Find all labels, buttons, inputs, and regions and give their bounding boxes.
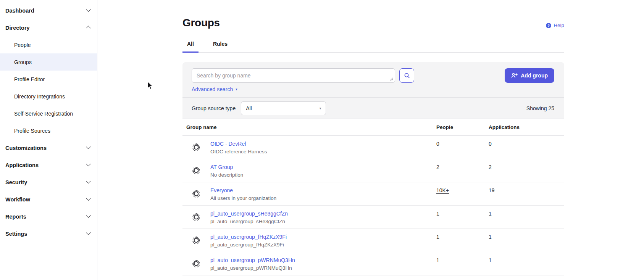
sidebar-item-label: Applications xyxy=(5,162,87,168)
table-row: pl_auto_usergroup_pWRNMuQ3Hn pl_auto_use… xyxy=(182,252,564,275)
column-applications: Applications xyxy=(489,124,564,130)
group-name-link[interactable]: OIDC - DevRel xyxy=(210,141,246,147)
sidebar-item-label: Workflow xyxy=(5,196,87,203)
select-caret-icon: ▾ xyxy=(320,106,321,110)
help-link[interactable]: ? Help xyxy=(546,23,564,29)
app-window: Dashboard Directory People Groups Profil… xyxy=(0,0,644,280)
select-value: All xyxy=(246,105,252,111)
chevron-icon xyxy=(86,179,91,183)
sidebar-item[interactable]: Dashboard xyxy=(0,2,97,19)
applications-count-cell: 19 xyxy=(489,182,564,205)
add-group-button[interactable]: Add group xyxy=(505,68,554,83)
table-row: OIDC - DevRel OIDC reference Harness 0 0 xyxy=(182,136,564,159)
applications-count-cell: 0 xyxy=(489,136,564,159)
group-name-link[interactable]: pl_auto_usergroup_pWRNMuQ3Hn xyxy=(210,257,295,263)
sidebar-item[interactable]: Reports xyxy=(0,208,97,225)
chevron-icon xyxy=(86,26,91,31)
sidebar-item[interactable]: People xyxy=(0,36,97,53)
people-count-cell: 1 xyxy=(436,252,489,275)
sidebar-item-label: Self-Service Registration xyxy=(14,111,90,117)
group-avatar-icon xyxy=(192,143,200,151)
sidebar-item[interactable]: Directory xyxy=(0,19,97,36)
people-count: 1 xyxy=(436,257,439,263)
group-name-link[interactable]: Everyone xyxy=(210,187,233,193)
group-description: All users in your organization xyxy=(210,195,276,201)
sidebar-item-label: Profile Sources xyxy=(14,128,90,134)
sidebar: Dashboard Directory People Groups Profil… xyxy=(0,0,97,280)
people-count: 0 xyxy=(436,141,439,147)
chevron-icon xyxy=(86,196,91,201)
applications-count: 2 xyxy=(489,164,492,170)
people-count: 10K+ xyxy=(436,187,449,193)
group-name-link[interactable]: AT Group xyxy=(210,164,233,170)
group-description: pl_auto_usergroup_sHe3ggCfZn xyxy=(210,219,288,224)
search-input[interactable] xyxy=(192,68,395,83)
chevron-icon xyxy=(86,230,91,235)
sidebar-item-label: Directory xyxy=(5,25,87,31)
table-row: pl_auto_usergroup_fHqZKzX9Fi pl_auto_use… xyxy=(182,229,564,252)
sidebar-item-label: Profile Editor xyxy=(14,76,90,82)
applications-count: 1 xyxy=(489,211,492,217)
sidebar-item-label: Customizations xyxy=(5,145,87,151)
help-icon: ? xyxy=(546,23,551,28)
add-group-label: Add group xyxy=(521,72,548,79)
people-count: 1 xyxy=(436,211,439,217)
people-count-cell: 1 xyxy=(436,229,489,252)
sidebar-item[interactable]: Groups xyxy=(0,53,97,71)
tab-rules[interactable]: Rules xyxy=(208,41,232,53)
group-source-type-select[interactable]: All ▾ xyxy=(241,101,326,115)
search-icon xyxy=(404,72,410,79)
tab-bar: All Rules xyxy=(182,41,564,53)
search-button[interactable] xyxy=(399,68,414,83)
group-avatar-icon xyxy=(192,166,200,175)
page-header: Groups ? Help xyxy=(182,17,564,29)
group-description: No description xyxy=(210,172,243,178)
sidebar-item-label: Reports xyxy=(5,214,87,220)
sidebar-item[interactable]: Customizations xyxy=(0,139,97,156)
applications-count-cell: 1 xyxy=(489,206,564,229)
people-count-cell: 2 xyxy=(436,159,489,182)
tab-all[interactable]: All xyxy=(182,41,199,53)
main-area: Groups ? Help All Rules xyxy=(98,0,644,280)
sidebar-item[interactable]: Workflow xyxy=(0,191,97,208)
search-field-wrap xyxy=(192,68,395,83)
group-name-link[interactable]: pl_auto_usergroup_fHqZKzX9Fi xyxy=(210,234,287,240)
filter-panel: Add group Advanced search ▾ Group source… xyxy=(182,62,564,119)
sidebar-item-label: Directory Integrations xyxy=(14,93,90,100)
sidebar-item[interactable]: Directory Integrations xyxy=(0,88,97,105)
sidebar-item[interactable]: Settings xyxy=(0,225,97,242)
group-avatar-icon xyxy=(192,236,200,245)
sidebar-item-label: Settings xyxy=(5,231,87,237)
sidebar-item[interactable]: Self-Service Registration xyxy=(0,105,97,122)
table-row: Everyone All users in your organization … xyxy=(182,182,564,206)
applications-count: 1 xyxy=(489,234,492,240)
group-description: pl_auto_usergroup_pWRNMuQ3Hn xyxy=(210,265,295,271)
chevron-icon xyxy=(86,161,91,166)
advanced-search-link[interactable]: Advanced search ▾ xyxy=(192,86,237,92)
people-count: 1 xyxy=(436,234,439,240)
sidebar-item[interactable]: Profile Sources xyxy=(0,122,97,139)
applications-count: 0 xyxy=(489,141,492,147)
chevron-icon xyxy=(86,213,91,218)
sidebar-item[interactable]: Security xyxy=(0,174,97,191)
applications-count-cell: 1 xyxy=(489,252,564,275)
people-count-cell: 0 xyxy=(436,136,489,159)
column-group-name: Group name xyxy=(182,124,436,130)
applications-count-cell: 2 xyxy=(489,159,564,182)
sidebar-item[interactable]: Profile Editor xyxy=(0,71,97,88)
people-count: 2 xyxy=(436,164,439,170)
page-title: Groups xyxy=(182,17,220,29)
table-header: Group name People Applications xyxy=(182,119,564,136)
people-count-cell: 10K+ xyxy=(436,182,489,205)
table-row: AT Group No description 2 2 xyxy=(182,159,564,182)
table-row: pl_auto_usergroup_sHe3ggCfZn pl_auto_use… xyxy=(182,206,564,229)
chevron-icon xyxy=(86,144,91,149)
group-name-link[interactable]: pl_auto_usergroup_sHe3ggCfZn xyxy=(210,211,288,217)
group-avatar-icon xyxy=(192,190,200,198)
group-source-type-label: Group source type xyxy=(192,105,236,111)
applications-count: 19 xyxy=(489,187,495,193)
sidebar-item[interactable]: Applications xyxy=(0,156,97,174)
add-group-icon xyxy=(511,72,518,79)
showing-count: Showing 25 xyxy=(526,105,554,111)
applications-count-cell: 1 xyxy=(489,229,564,252)
